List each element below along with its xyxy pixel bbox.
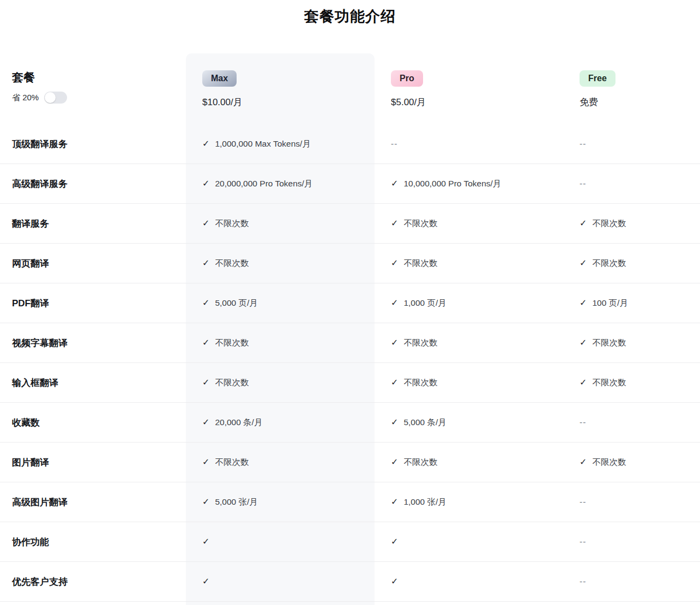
- cell-max: ✓: [186, 522, 375, 561]
- feature-rows: 顶级翻译服务 ✓ 1,000,000 Max Tokens/月 -- -- 高级…: [0, 124, 700, 602]
- feature-row: 视频字幕翻译 ✓ 不限次数 ✓ 不限次数 ✓ 不限次数: [0, 323, 700, 363]
- cell-max: ✓ 1,000,000 Max Tokens/月: [186, 124, 375, 164]
- feature-label: 优先客户支持: [12, 576, 68, 588]
- cell-pro: ✓: [375, 562, 563, 601]
- cell-value: 不限次数: [592, 258, 626, 269]
- cell-pro: ✓ 不限次数: [375, 244, 563, 283]
- feature-label: 网页翻译: [12, 257, 49, 270]
- check-icon: ✓: [391, 219, 398, 228]
- check-icon: ✓: [391, 498, 398, 506]
- check-icon: ✓: [202, 418, 209, 427]
- check-icon: ✓: [391, 338, 398, 347]
- cell-free: ✓ 不限次数: [563, 443, 700, 482]
- check-icon: ✓: [391, 458, 398, 467]
- plan-badge-free: Free: [580, 70, 615, 87]
- check-icon: ✓: [580, 378, 587, 387]
- plans-title: 套餐: [12, 70, 186, 85]
- cell-value: --: [580, 418, 586, 427]
- plans-header-left: 套餐 省 20%: [0, 53, 186, 124]
- cell-value: 1,000 张/月: [403, 497, 446, 508]
- cell-max: ✓ 5,000 页/月: [186, 283, 375, 323]
- feature-label: PDF翻译: [12, 297, 49, 310]
- cell-pro: ✓ 不限次数: [375, 363, 563, 402]
- cell-value: 不限次数: [403, 457, 437, 468]
- check-icon: ✓: [202, 537, 209, 546]
- check-icon: ✓: [202, 140, 209, 148]
- cell-value: 不限次数: [215, 377, 249, 389]
- check-icon: ✓: [580, 219, 587, 228]
- feature-row: 网页翻译 ✓ 不限次数 ✓ 不限次数 ✓ 不限次数: [0, 244, 700, 283]
- check-icon: ✓: [202, 219, 209, 228]
- discount-toggle-row: 省 20%: [12, 92, 186, 104]
- cell-max: ✓ 不限次数: [186, 443, 375, 482]
- cell-max: ✓ 20,000 条/月: [186, 403, 375, 442]
- cell-value: --: [580, 537, 586, 547]
- cell-free: --: [563, 124, 700, 164]
- plan-header-max: Max $10.00/月: [186, 53, 375, 124]
- feature-row: 收藏数 ✓ 20,000 条/月 ✓ 5,000 条/月 --: [0, 403, 700, 443]
- check-icon: ✓: [580, 458, 587, 467]
- feature-label: 顶级翻译服务: [12, 138, 68, 150]
- plans-header-row: 套餐 省 20% Max $10.00/月 Pro $5.00/月 Free 免…: [0, 53, 700, 124]
- check-icon: ✓: [580, 259, 587, 268]
- check-icon: ✓: [391, 378, 398, 387]
- plan-header-pro: Pro $5.00/月: [375, 53, 563, 124]
- cell-value: 不限次数: [592, 337, 626, 349]
- cell-value: 5,000 条/月: [403, 417, 446, 428]
- cell-value: --: [580, 179, 586, 189]
- cell-free: --: [563, 403, 700, 442]
- cell-free: ✓ 不限次数: [563, 244, 700, 283]
- feature-row: PDF翻译 ✓ 5,000 页/月 ✓ 1,000 页/月 ✓ 100 页/月: [0, 283, 700, 323]
- plans-table: 套餐 省 20% Max $10.00/月 Pro $5.00/月 Free 免…: [0, 53, 700, 605]
- check-icon: ✓: [580, 338, 587, 347]
- cell-pro: ✓ 5,000 条/月: [375, 403, 563, 442]
- cell-value: --: [391, 139, 397, 149]
- cell-value: 100 页/月: [592, 298, 627, 309]
- feature-row: 高级图片翻译 ✓ 5,000 张/月 ✓ 1,000 张/月 --: [0, 482, 700, 522]
- cell-pro: ✓ 不限次数: [375, 204, 563, 243]
- cell-max: ✓ 不限次数: [186, 204, 375, 243]
- feature-label: 高级图片翻译: [12, 496, 68, 509]
- cell-value: 不限次数: [403, 377, 437, 389]
- toggle-knob-icon: [45, 92, 56, 103]
- cell-pro: --: [375, 124, 563, 164]
- feature-row: 图片翻译 ✓ 不限次数 ✓ 不限次数 ✓ 不限次数: [0, 443, 700, 482]
- check-icon: ✓: [391, 418, 398, 427]
- cell-value: 10,000,000 Pro Tokens/月: [403, 178, 501, 190]
- feature-row: 输入框翻译 ✓ 不限次数 ✓ 不限次数 ✓ 不限次数: [0, 363, 700, 403]
- cell-value: 不限次数: [403, 337, 437, 349]
- cell-max: ✓ 5,000 张/月: [186, 482, 375, 522]
- cell-max: ✓ 不限次数: [186, 323, 375, 362]
- discount-label: 省 20%: [12, 93, 39, 103]
- cell-value: --: [580, 577, 586, 586]
- check-icon: ✓: [580, 299, 587, 307]
- check-icon: ✓: [202, 338, 209, 347]
- cell-value: 不限次数: [403, 218, 437, 229]
- feature-label: 视频字幕翻译: [12, 337, 68, 349]
- cell-free: --: [563, 482, 700, 522]
- check-icon: ✓: [391, 179, 398, 188]
- check-icon: ✓: [202, 458, 209, 467]
- cell-value: 20,000,000 Pro Tokens/月: [215, 178, 312, 190]
- cell-max: ✓: [186, 562, 375, 601]
- cell-pro: ✓ 不限次数: [375, 443, 563, 482]
- cell-value: 不限次数: [215, 457, 249, 468]
- check-icon: ✓: [202, 577, 209, 586]
- title-section: 套餐功能介绍: [0, 0, 700, 53]
- cell-value: 不限次数: [592, 218, 626, 229]
- plan-price-pro: $5.00/月: [391, 96, 563, 108]
- cell-value: 不限次数: [403, 258, 437, 269]
- table-footer-strip: [0, 602, 700, 605]
- feature-label: 高级翻译服务: [12, 178, 68, 190]
- billing-toggle[interactable]: [44, 92, 67, 104]
- cell-value: --: [580, 139, 586, 149]
- plan-price-max: $10.00/月: [202, 96, 375, 108]
- feature-label: 图片翻译: [12, 456, 49, 469]
- cell-pro: ✓ 1,000 页/月: [375, 283, 563, 323]
- check-icon: ✓: [391, 259, 398, 268]
- cell-free: --: [563, 522, 700, 561]
- feature-label: 协作功能: [12, 536, 49, 548]
- check-icon: ✓: [202, 378, 209, 387]
- feature-row: 优先客户支持 ✓ ✓ --: [0, 562, 700, 602]
- plan-badge-max: Max: [202, 70, 237, 87]
